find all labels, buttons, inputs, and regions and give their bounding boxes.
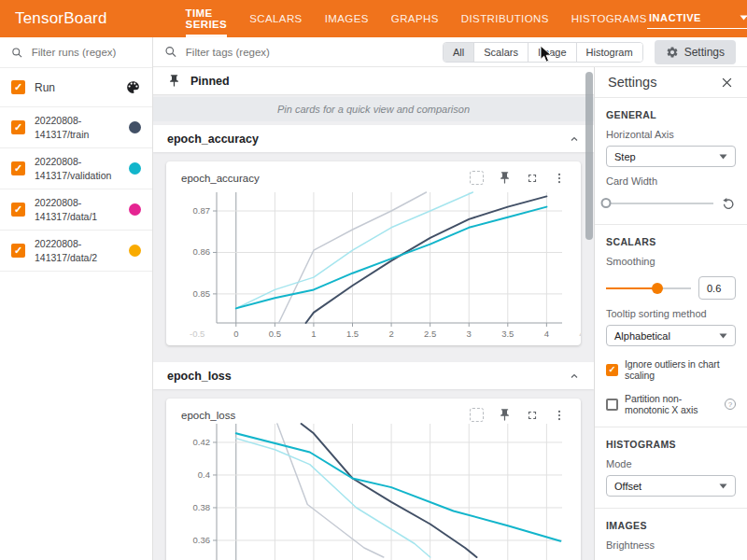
epoch-accuracy-chart[interactable]: 0.850.860.8700.511.522.533.54-0.54.5 <box>172 187 568 342</box>
close-icon[interactable] <box>720 76 734 90</box>
run-checkbox[interactable] <box>11 120 25 134</box>
run-color-dot <box>129 245 141 257</box>
filter-histogram-button[interactable]: Histogram <box>576 43 642 62</box>
run-row[interactable]: 20220808-141317/train <box>0 107 152 148</box>
run-label: 20220808-141317/data/1 <box>35 196 97 223</box>
run-label: 20220808-141317/data/2 <box>35 237 97 264</box>
settings-button[interactable]: Settings <box>655 40 736 64</box>
pin-icon <box>167 74 181 88</box>
filter-runs-input[interactable] <box>32 47 141 58</box>
settings-section-histograms: HISTOGRAMS Mode Offset <box>595 427 747 509</box>
ignore-outliers-checkbox[interactable] <box>606 364 618 376</box>
run-label: 20220808-141317/validation <box>35 155 111 182</box>
tab-histograms[interactable]: HISTOGRAMS <box>571 0 647 37</box>
svg-text:0.87: 0.87 <box>193 205 211 216</box>
cards-scroll-area: Pinned Pin cards for a quick view and co… <box>153 67 594 560</box>
pinned-section-header: Pinned <box>153 67 594 95</box>
run-label: 20220808-141317/train <box>35 114 89 141</box>
pin-hint-banner: Pin cards for a quick view and compariso… <box>153 97 594 121</box>
svg-text:3.5: 3.5 <box>501 329 514 339</box>
section-header[interactable]: epoch_accuracy <box>153 125 594 152</box>
chevron-down-icon <box>719 483 727 489</box>
card-width-slider[interactable] <box>606 197 713 210</box>
svg-text:0.5: 0.5 <box>269 329 281 339</box>
pin-icon[interactable] <box>498 408 512 422</box>
runs-sidebar: Run 20220808-141317/train 20220808-14131… <box>0 37 153 560</box>
svg-text:1.5: 1.5 <box>346 329 359 339</box>
settings-panel: Settings GENERAL Horizontal Axis Step Ca… <box>594 67 747 560</box>
run-checkbox[interactable] <box>11 161 25 175</box>
run-checkbox[interactable] <box>11 203 25 217</box>
svg-text:0.38: 0.38 <box>193 502 211 512</box>
chevron-down-icon <box>719 154 727 160</box>
tab-distributions[interactable]: DISTRIBUTIONS <box>461 0 549 37</box>
search-icon <box>164 45 177 59</box>
scalar-card-epoch-loss: epoch_loss <box>166 399 581 560</box>
run-row[interactable]: 20220808-141317/data/2 <box>0 231 152 272</box>
settings-button-label: Settings <box>684 46 725 59</box>
help-icon[interactable]: ? <box>725 399 736 410</box>
scrollbar[interactable] <box>585 72 593 240</box>
tags-toolbar: All Scalars Image Histogram Settings <box>153 37 747 67</box>
tab-graphs[interactable]: GRAPHS <box>391 0 439 37</box>
run-status-value: INACTIVE <box>649 12 701 23</box>
more-options-icon[interactable] <box>553 409 566 422</box>
tab-images[interactable]: IMAGES <box>325 0 369 37</box>
filter-scalars-button[interactable]: Scalars <box>473 43 528 62</box>
ignore-outliers-row[interactable]: Ignore outliers in chart scaling <box>606 358 736 381</box>
svg-text:2: 2 <box>388 329 393 339</box>
svg-text:-0.5: -0.5 <box>190 329 204 339</box>
app-logo: TensorBoard <box>15 9 107 28</box>
smoothing-value-input[interactable]: 0.6 <box>698 276 736 300</box>
svg-text:1: 1 <box>311 329 316 339</box>
fit-domain-icon[interactable] <box>470 171 484 185</box>
header-actions: INACTIVE ? <box>647 9 747 29</box>
palette-icon[interactable] <box>125 79 141 95</box>
svg-text:0.42: 0.42 <box>193 437 211 447</box>
run-checkbox[interactable] <box>11 244 25 258</box>
run-column-label: Run <box>35 81 55 94</box>
histogram-mode-select[interactable]: Offset <box>606 475 736 497</box>
svg-text:0.85: 0.85 <box>193 288 211 299</box>
section-header[interactable]: epoch_loss <box>153 362 594 389</box>
chevron-down-icon <box>740 15 747 21</box>
svg-text:0.86: 0.86 <box>193 246 211 257</box>
svg-text:2.5: 2.5 <box>424 329 436 339</box>
svg-text:3: 3 <box>467 329 472 339</box>
chevron-up-icon[interactable] <box>569 133 580 145</box>
settings-panel-title: Settings <box>608 75 656 90</box>
filter-all-button[interactable]: All <box>444 43 473 62</box>
chevron-down-icon <box>719 333 727 339</box>
settings-section-images: IMAGES Brightness Contrast <box>595 509 747 560</box>
partition-x-axis-checkbox[interactable] <box>606 399 618 411</box>
fullscreen-icon[interactable] <box>526 172 539 185</box>
pin-icon[interactable] <box>498 171 512 185</box>
epoch-loss-chart[interactable]: 0.360.380.40.42 <box>172 424 568 560</box>
tab-time-series[interactable]: TIME SERIES <box>186 0 228 37</box>
svg-text:0.4: 0.4 <box>198 469 210 480</box>
scalar-card-epoch-accuracy: epoch_accuracy <box>166 161 581 345</box>
chevron-up-icon[interactable] <box>569 371 580 382</box>
filter-tags-input[interactable] <box>186 47 443 58</box>
settings-section-general: GENERAL Horizontal Axis Step Card Width <box>595 98 747 225</box>
run-list-header: Run <box>0 68 152 107</box>
svg-text:0.36: 0.36 <box>193 535 211 545</box>
smoothing-slider[interactable] <box>606 282 691 295</box>
run-row[interactable]: 20220808-141317/data/1 <box>0 189 152 231</box>
tab-scalars[interactable]: SCALARS <box>249 0 303 37</box>
reset-icon[interactable] <box>721 196 736 211</box>
section-epoch-loss: epoch_loss epoch_loss <box>153 362 594 560</box>
fit-domain-icon[interactable] <box>470 408 484 422</box>
run-color-dot <box>129 121 141 133</box>
select-all-runs-checkbox[interactable] <box>11 80 25 94</box>
run-status-dropdown[interactable]: INACTIVE <box>647 9 747 29</box>
gear-icon <box>666 46 679 59</box>
svg-text:4.5: 4.5 <box>579 329 581 339</box>
more-options-icon[interactable] <box>553 172 566 185</box>
partition-x-axis-row[interactable]: Partition non-monotonic X axis ? <box>606 393 736 415</box>
tooltip-sorting-select[interactable]: Alphabetical <box>606 325 736 346</box>
horizontal-axis-select[interactable]: Step <box>606 146 736 167</box>
svg-text:0: 0 <box>233 329 238 339</box>
run-row[interactable]: 20220808-141317/validation <box>0 148 152 189</box>
fullscreen-icon[interactable] <box>526 409 539 422</box>
